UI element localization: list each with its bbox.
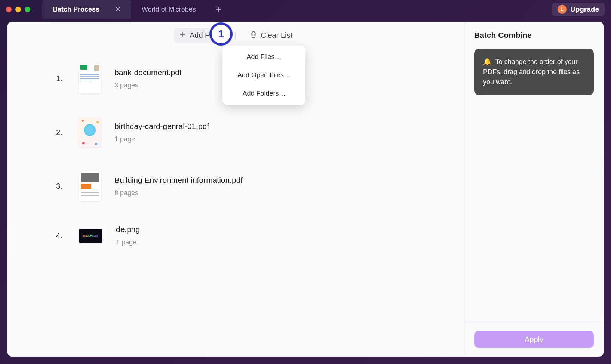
trash-icon [250,31,257,40]
traffic-lights [6,7,30,12]
file-name: de.png [116,225,140,234]
titlebar: Batch Process ✕ World of Microbes ＋ L Up… [0,0,611,19]
file-thumbnail: Black Friday [79,229,102,243]
file-pages: 3 pages [114,81,182,89]
bell-icon: 🔔 [483,58,491,65]
avatar: L [558,5,567,14]
content: 1 Add Files | Clear List [7,22,604,357]
minimize-window-button[interactable] [15,7,21,12]
dropdown-item-label: Add Open Files… [237,71,291,79]
upgrade-button[interactable]: L Upgrade [552,3,605,16]
file-thumbnail [79,64,101,93]
app-window: Batch Process ✕ World of Microbes ＋ L Up… [0,0,611,364]
dropdown-item-label: Add Folders… [242,90,285,97]
toolbar: 1 Add Files | Clear List [7,22,464,49]
file-pages: 8 pages [114,189,243,197]
callout-number: 1 [218,28,224,40]
add-files-dropdown: Add Files… Add Open Files… Add Folders… [222,46,306,105]
apply-button[interactable]: Apply [474,331,594,348]
file-info: de.png 1 page [116,225,140,246]
file-thumbnail [79,117,101,147]
close-icon[interactable]: ✕ [115,5,121,13]
tab-label: World of Microbes [142,6,196,13]
main-pane: 1 Add Files | Clear List [7,22,464,357]
dropdown-item-add-folders[interactable]: Add Folders… [222,84,306,103]
toolbar-divider: | [233,31,237,40]
file-name: birthday-card-genral-01.pdf [114,122,209,131]
file-info: bank-document.pdf 3 pages [114,68,182,89]
file-info: Building Environment information.pdf 8 p… [114,176,243,197]
close-window-button[interactable] [6,7,12,12]
apply-label: Apply [525,335,543,344]
file-pages: 1 page [114,135,209,143]
dropdown-item-add-open-files[interactable]: Add Open Files… [222,66,306,84]
file-name: bank-document.pdf [114,68,182,77]
tip-card: 🔔 To change the order of your PDFs, drag… [474,49,594,95]
annotation-callout-1: 1 [209,22,233,46]
tab-world-of-microbes[interactable]: World of Microbes [131,0,206,19]
file-info: birthday-card-genral-01.pdf 1 page [114,122,209,143]
plus-icon: ＋ [214,3,223,15]
add-tab-button[interactable]: ＋ [206,0,230,19]
file-index: 2. [56,128,65,137]
apply-bar: Apply [464,322,604,357]
sidebar-title: Batch Combine [464,31,604,49]
list-item[interactable]: 4. Black Friday de.png 1 page [56,225,464,246]
file-thumbnail [79,171,101,201]
tab-label: Batch Process [53,6,99,13]
file-index: 3. [56,182,65,191]
tabs: Batch Process ✕ World of Microbes ＋ [42,0,230,19]
tip-text: To change the order of your PDFs, drag a… [483,58,580,86]
tab-batch-process[interactable]: Batch Process ✕ [42,0,131,19]
maximize-window-button[interactable] [25,7,30,12]
clear-list-button[interactable]: Clear List [245,28,298,43]
avatar-letter: L [561,6,564,12]
dropdown-item-label: Add Files… [246,53,281,61]
clear-list-label: Clear List [261,31,292,40]
upgrade-label: Upgrade [570,5,599,13]
list-item[interactable]: 2. birthday-card-genral-01.pdf 1 page [56,117,464,147]
file-index: 1. [56,74,65,83]
file-name: Building Environment information.pdf [114,176,243,185]
list-item[interactable]: 3. Building Environment information.pdf … [56,171,464,201]
file-pages: 1 page [116,238,140,246]
sidebar: Batch Combine 🔔 To change the order of y… [464,22,604,357]
file-index: 4. [56,231,65,240]
dropdown-item-add-files[interactable]: Add Files… [222,48,306,66]
plus-icon [179,31,186,39]
